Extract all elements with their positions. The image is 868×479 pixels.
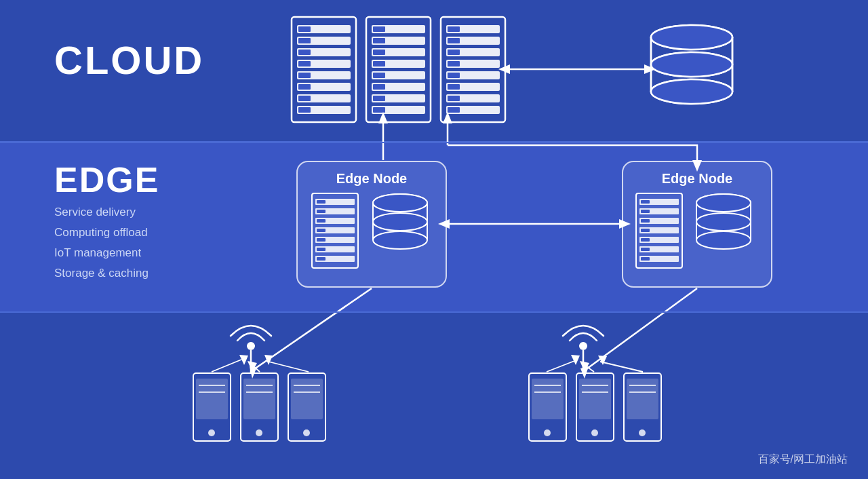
svg-rect-96 [641,257,650,261]
svg-point-56 [651,52,732,77]
svg-point-103 [696,194,751,212]
dev3-arr-left [264,355,273,365]
svg-rect-32 [373,96,385,101]
svg-rect-73 [317,248,326,251]
svg-point-132 [591,429,598,436]
svg-rect-49 [448,96,460,101]
svg-point-137 [639,429,646,436]
edge-node-right-db [696,194,751,249]
edge-desc-4: Storage & caching [54,267,149,280]
main-diagram-svg: EDGE Service delivery Computing offload … [0,0,868,479]
svg-rect-33 [373,107,385,113]
svg-point-106 [579,342,587,350]
svg-rect-26 [373,26,385,32]
svg-rect-119 [291,379,323,419]
svg-rect-46 [448,61,460,66]
svg-rect-91 [641,210,650,213]
svg-rect-50 [448,107,460,113]
dev-r-arr1 [571,355,580,365]
iot-device-left-2 [241,373,278,441]
svg-rect-71 [317,229,326,232]
svg-rect-94 [641,238,650,242]
svg-rect-14 [298,84,311,90]
svg-rect-48 [448,84,460,90]
svg-rect-9 [298,26,311,32]
svg-rect-47 [448,73,460,78]
svg-point-127 [544,429,551,436]
edge-desc-3: IoT management [54,246,141,259]
edge-node-left-db [373,194,427,249]
svg-rect-114 [243,379,275,419]
svg-rect-16 [298,107,311,113]
svg-rect-92 [641,219,650,223]
svg-point-117 [256,429,262,436]
svg-point-112 [208,429,215,436]
svg-point-122 [303,429,310,436]
edge-node-left-title: Edge Node [336,171,407,186]
svg-rect-45 [448,50,460,55]
edge-desc-1: Service delivery [54,206,136,218]
svg-rect-90 [641,200,650,204]
iot-device-right-2 [576,373,614,441]
server-rack-3 [441,17,505,122]
svg-rect-10 [298,38,311,43]
dev1-to-wifi-r [547,361,574,372]
svg-rect-134 [627,379,658,419]
dev3-to-wifi-l [266,361,309,372]
edge-desc-2: Computing offload [54,226,148,239]
edge-node-right-title: Edge Node [662,171,732,186]
svg-rect-93 [641,229,650,232]
svg-point-104 [247,342,255,350]
svg-rect-43 [448,26,460,32]
svg-point-59 [651,79,732,104]
svg-rect-29 [373,61,385,66]
svg-rect-69 [317,210,326,213]
svg-rect-44 [448,38,460,43]
svg-point-101 [696,213,751,231]
svg-point-79 [373,213,427,231]
svg-point-81 [373,194,427,212]
iot-device-left-3 [288,373,326,441]
svg-rect-15 [298,96,311,101]
cloud-database [651,25,732,104]
edge-node-left-server [312,193,358,268]
watermark: 百家号/网工加油站 [758,453,848,467]
svg-rect-129 [579,379,611,419]
iot-device-left-1 [193,373,231,441]
svg-rect-11 [298,50,311,55]
svg-rect-30 [373,73,385,78]
svg-rect-109 [196,379,228,419]
dev1-to-wifi-l [212,360,241,372]
dev3-to-wifi-r [600,362,643,372]
svg-rect-124 [532,379,564,419]
iot-device-right-1 [529,373,566,441]
svg-rect-68 [317,200,326,204]
svg-rect-12 [298,61,311,66]
svg-point-102 [696,231,751,249]
edge-node-right-server [636,193,682,268]
iot-device-right-3 [624,373,661,441]
cloud-arrow-left [498,64,510,74]
svg-rect-13 [298,73,311,78]
server-rack-1 [292,17,356,122]
svg-rect-28 [373,50,385,55]
diagram: CLOUD [0,0,868,479]
svg-point-55 [651,25,732,50]
svg-rect-70 [317,219,326,223]
svg-rect-72 [317,238,326,242]
l-connector-right [448,145,697,160]
svg-rect-95 [641,248,650,251]
svg-rect-27 [373,38,385,43]
server-rack-2 [366,17,431,122]
svg-rect-74 [317,257,326,261]
edge-label: EDGE [54,160,159,199]
svg-point-80 [373,231,427,249]
svg-rect-31 [373,84,385,90]
